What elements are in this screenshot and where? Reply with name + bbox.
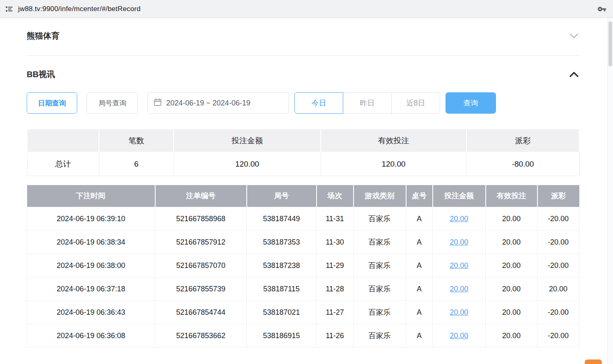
cell-table-no: A xyxy=(406,301,433,324)
cell-payout: -20.00 xyxy=(537,231,579,254)
url-field[interactable]: jw88.tv:9900/infe/mcenter/#/betRecord xyxy=(18,5,140,13)
summary-header-bet-amount: 投注金额 xyxy=(174,129,321,152)
date-query-tab[interactable]: 日期查询 xyxy=(27,92,77,114)
summary-payout-value: -80.00 xyxy=(466,152,579,176)
bet-amount-link[interactable]: 20.00 xyxy=(450,238,468,246)
cell-game-type: 百家乐 xyxy=(354,207,406,231)
cell-table-no: A xyxy=(406,207,433,231)
header-bet-time: 下注时间 xyxy=(27,185,155,207)
cell-bet-amount: 20.00 xyxy=(433,207,486,231)
cell-round-id: 538187115 xyxy=(247,277,317,301)
bet-amount-link[interactable]: 20.00 xyxy=(450,215,468,223)
cell-game-type: 百家乐 xyxy=(354,277,406,301)
cell-session: 11-31 xyxy=(317,207,354,231)
cell-table-no: A xyxy=(406,254,433,277)
table-row: 2024-06-19 06:37:18 521667855739 5381871… xyxy=(27,277,579,301)
bet-table-body: 2024-06-19 06:39:10 521667858968 5381874… xyxy=(27,207,579,348)
header-bet-amount: 投注金额 xyxy=(433,185,486,207)
cell-valid-bet: 20.00 xyxy=(486,324,537,348)
cell-game-type: 百家乐 xyxy=(354,324,406,348)
summary-count-value: 6 xyxy=(99,152,174,176)
cell-session: 11-28 xyxy=(317,277,354,301)
summary-valid-bet-value: 120.00 xyxy=(321,152,466,176)
cell-payout: -20.00 xyxy=(537,324,579,348)
panda-section-title: 熊猫体育 xyxy=(27,30,60,41)
page-scrollbar[interactable] xyxy=(607,18,613,364)
search-button[interactable]: 查询 xyxy=(445,92,496,114)
password-key-icon[interactable] xyxy=(597,5,606,14)
cell-game-type: 百家乐 xyxy=(354,301,406,324)
scrollbar-thumb[interactable] xyxy=(608,21,612,66)
cell-session: 11-30 xyxy=(317,231,354,254)
cell-bet-amount: 20.00 xyxy=(433,277,486,301)
cell-game-type: 百家乐 xyxy=(354,254,406,277)
bet-table-header-row: 下注时间 注单编号 局号 场次 游戏类别 桌号 投注金额 有效投注 派彩 xyxy=(27,185,579,207)
cell-bet-time: 2024-06-19 06:38:00 xyxy=(27,254,155,277)
summary-header-valid-bet: 有效投注 xyxy=(321,129,466,152)
cell-bet-id: 521667857070 xyxy=(155,254,247,277)
summary-header-row: 笔数 投注金额 有效投注 派彩 xyxy=(27,129,579,152)
table-row: 2024-06-19 06:36:08 521667853662 5381869… xyxy=(27,324,579,348)
cell-round-id: 538187449 xyxy=(247,207,317,231)
chevron-down-icon[interactable] xyxy=(569,33,579,39)
cell-session: 11-27 xyxy=(317,301,354,324)
table-row: 2024-06-19 06:38:34 521667857912 5381873… xyxy=(27,231,579,254)
bet-amount-link[interactable]: 20.00 xyxy=(450,261,468,270)
cell-bet-time: 2024-06-19 06:37:18 xyxy=(27,277,155,301)
cell-valid-bet: 20.00 xyxy=(486,231,537,254)
cell-round-id: 538187238 xyxy=(247,254,317,277)
summary-total-label: 总计 xyxy=(27,152,99,176)
floating-widget-button[interactable] xyxy=(585,359,602,364)
header-round-id: 局号 xyxy=(247,185,317,207)
cell-valid-bet: 20.00 xyxy=(486,301,537,324)
quick-range-group: 今日 昨日 近8日 xyxy=(294,92,440,114)
section-panda-sports[interactable]: 熊猫体育 xyxy=(27,18,579,56)
cell-bet-time: 2024-06-19 06:36:08 xyxy=(27,324,155,348)
cell-bet-id: 521667853662 xyxy=(155,324,247,348)
cell-payout: -20.00 xyxy=(537,301,579,324)
cell-valid-bet: 20.00 xyxy=(486,277,537,301)
bet-amount-link[interactable]: 20.00 xyxy=(450,308,468,316)
cell-bet-id: 521667857912 xyxy=(155,231,247,254)
chevron-up-icon[interactable] xyxy=(569,71,579,78)
section-bb-video[interactable]: BB视讯 xyxy=(27,56,579,80)
header-table-no: 桌号 xyxy=(406,185,433,207)
header-game-type: 游戏类别 xyxy=(354,185,406,207)
bet-amount-link[interactable]: 20.00 xyxy=(450,285,468,293)
cell-round-id: 538187021 xyxy=(247,301,317,324)
date-range-picker[interactable]: 2024-06-19 ~ 2024-06-19 xyxy=(147,92,289,114)
cell-bet-id: 521667854744 xyxy=(155,301,247,324)
cell-session: 11-26 xyxy=(317,324,354,348)
today-button[interactable]: 今日 xyxy=(294,92,343,114)
header-session: 场次 xyxy=(317,185,354,207)
round-query-tab[interactable]: 局号查询 xyxy=(87,92,138,114)
summary-total-row: 总计 6 120.00 120.00 -80.00 xyxy=(27,152,579,176)
cell-round-id: 538187353 xyxy=(247,231,317,254)
cell-bet-id: 521667858968 xyxy=(155,207,247,231)
cell-game-type: 百家乐 xyxy=(354,231,406,254)
summary-table: 笔数 投注金额 有效投注 派彩 总计 6 120.00 120.00 -80.0… xyxy=(27,128,580,176)
yesterday-button[interactable]: 昨日 xyxy=(343,92,392,114)
cell-bet-id: 521667855739 xyxy=(155,277,247,301)
bet-amount-link[interactable]: 20.00 xyxy=(450,332,468,340)
bet-record-table: 下注时间 注单编号 局号 场次 游戏类别 桌号 投注金额 有效投注 派彩 202… xyxy=(27,185,579,348)
filter-bar: 日期查询 局号查询 2024-06-19 ~ 2024-06-19 今日 昨日 … xyxy=(27,92,579,114)
cell-valid-bet: 20.00 xyxy=(486,207,537,231)
header-bet-id: 注单编号 xyxy=(155,185,247,207)
summary-header-payout: 派彩 xyxy=(466,129,579,152)
summary-bet-amount-value: 120.00 xyxy=(174,152,321,176)
last8days-button[interactable]: 近8日 xyxy=(391,92,440,114)
header-payout: 派彩 xyxy=(537,185,579,207)
cell-table-no: A xyxy=(406,324,433,348)
cell-bet-time: 2024-06-19 06:39:10 xyxy=(27,207,155,231)
summary-header-count: 笔数 xyxy=(99,129,174,152)
summary-header-blank xyxy=(27,129,99,152)
cell-payout: -20.00 xyxy=(537,207,579,231)
cell-round-id: 538186915 xyxy=(247,324,317,348)
cell-payout: -20.00 xyxy=(537,254,579,277)
cell-bet-amount: 20.00 xyxy=(433,231,486,254)
table-row: 2024-06-19 06:39:10 521667858968 5381874… xyxy=(27,207,579,231)
cell-bet-amount: 20.00 xyxy=(433,254,486,277)
calendar-icon xyxy=(154,98,162,108)
cell-valid-bet: 20.00 xyxy=(486,254,537,277)
